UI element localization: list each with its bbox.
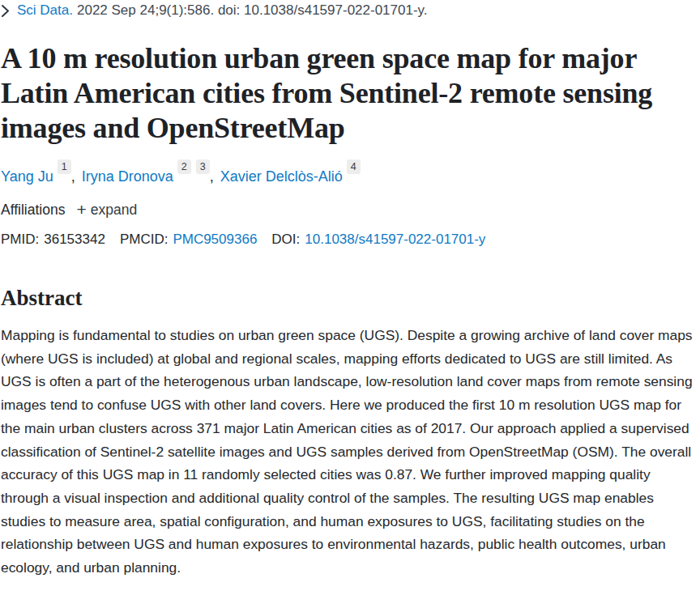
author-link-yang-ju[interactable]: Yang Ju xyxy=(1,168,53,185)
author-item: Iryna Dronova23, xyxy=(82,168,220,185)
author-link-iryna-dronova[interactable]: Iryna Dronova xyxy=(82,168,173,185)
pmcid-link[interactable]: PMC9509366 xyxy=(173,231,257,249)
expand-affiliations-button[interactable]: + expand xyxy=(76,202,137,219)
citation-line: Sci Data. 2022 Sep 24;9(1):586. doi: 10.… xyxy=(1,2,698,19)
pmid-label: PMID: xyxy=(1,231,39,249)
chevron-right-icon xyxy=(1,4,10,18)
journal-link[interactable]: Sci Data. xyxy=(17,2,73,19)
citation-details: 2022 Sep 24;9(1):586. doi: 10.1038/s4159… xyxy=(77,2,428,19)
author-link-xavier-delclos-alio[interactable]: Xavier Delclòs-Alió xyxy=(220,168,343,185)
journal-actions-trigger[interactable] xyxy=(1,4,10,18)
identifiers-row: PMID: 36153342 PMCID: PMC9509366 DOI: 10… xyxy=(1,231,698,249)
authors-list: Yang Ju1, Iryna Dronova23, Xavier Delclò… xyxy=(1,165,698,186)
affiliation-number-badge: 3 xyxy=(196,159,210,174)
author-separator: , xyxy=(71,168,75,185)
article-title: A 10 m resolution urban green space map … xyxy=(1,41,698,146)
plus-icon: + xyxy=(76,202,86,217)
affiliations-label: Affiliations xyxy=(1,202,65,219)
abstract-heading: Abstract xyxy=(1,285,698,311)
author-item: Xavier Delclòs-Alió4 xyxy=(220,168,361,185)
affiliation-number-badge: 1 xyxy=(58,159,71,174)
pmid-value: 36153342 xyxy=(44,231,105,249)
pmid-group: PMID: 36153342 xyxy=(1,231,105,249)
abstract-text: Mapping is fundamental to studies on urb… xyxy=(1,324,698,580)
affiliation-number-badge: 4 xyxy=(347,159,361,174)
doi-group: DOI: 10.1038/s41597-022-01701-y xyxy=(271,231,485,249)
affiliations-row: Affiliations + expand xyxy=(1,202,698,219)
author-item: Yang Ju1, xyxy=(1,168,82,185)
doi-label: DOI: xyxy=(271,231,300,249)
expand-label: expand xyxy=(91,202,137,219)
pmcid-group: PMCID: PMC9509366 xyxy=(120,231,257,249)
article-page: Sci Data. 2022 Sep 24;9(1):586. doi: 10.… xyxy=(0,0,700,580)
pmcid-label: PMCID: xyxy=(120,231,169,249)
doi-link[interactable]: 10.1038/s41597-022-01701-y xyxy=(305,231,485,249)
affiliation-number-badge: 2 xyxy=(177,159,191,174)
author-separator: , xyxy=(210,168,214,185)
